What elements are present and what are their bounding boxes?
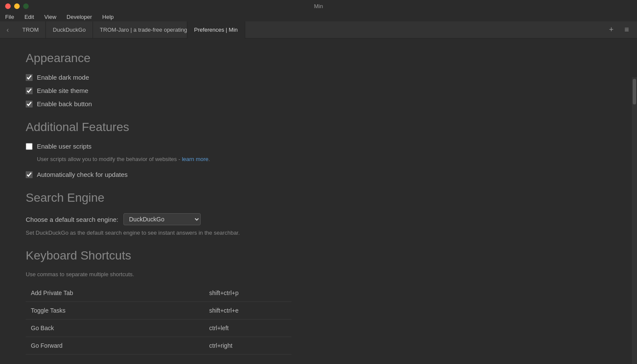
shortcut-go-back-key: ctrl+left — [209, 325, 286, 331]
preferences-content: Appearance Enable dark mode Enable site … — [0, 39, 637, 364]
search-engine-desc: Set DuckDuckGo as the default search eng… — [26, 230, 611, 236]
user-scripts-block: Enable user scripts User scripts allow y… — [26, 143, 611, 162]
back-button-checkbox[interactable] — [26, 101, 33, 107]
menu-file[interactable]: File — [3, 13, 16, 21]
search-engine-label: Choose a default search engine: — [26, 216, 118, 223]
additional-features-title: Additional Features — [26, 120, 611, 134]
menu-developer[interactable]: Developer — [65, 13, 93, 21]
tab-duckduckgo[interactable]: DuckDuckGo — [46, 21, 93, 39]
back-button-label: Enable back button — [37, 100, 92, 107]
window-controls — [5, 3, 29, 9]
tab-bar: ‹ TROM DuckDuckGo TROM-Jaro | a trade-fr… — [0, 21, 637, 39]
menu-help[interactable]: Help — [101, 13, 116, 21]
shortcut-private-tab: Add Private Tab shift+ctrl+p — [26, 284, 291, 302]
learn-more-link[interactable]: learn more — [182, 156, 208, 162]
user-scripts-label: Enable user scripts — [37, 143, 92, 150]
back-icon[interactable]: ‹ — [0, 21, 15, 39]
shortcut-go-back-name: Go Back — [31, 325, 209, 331]
shortcut-go-back: Go Back ctrl+left — [26, 319, 291, 337]
dark-mode-checkbox[interactable] — [26, 74, 33, 81]
scrollbar-track[interactable] — [632, 77, 637, 364]
keyboard-shortcuts-title: Keyboard Shortcuts — [26, 249, 611, 263]
tab-actions: + ≡ — [604, 23, 637, 37]
search-engine-select[interactable]: DuckDuckGo Google Bing Yahoo Ecosia — [123, 213, 201, 225]
site-theme-label: Enable site theme — [37, 87, 88, 94]
auto-update-row: Automatically check for updates — [26, 171, 611, 178]
content-wrapper: Appearance Enable dark mode Enable site … — [0, 39, 637, 364]
dark-mode-label: Enable dark mode — [37, 74, 89, 81]
tab-tromjaro[interactable]: TROM-Jaro | a trade-free operating syste — [93, 21, 187, 39]
scrollbar-thumb[interactable] — [633, 79, 636, 104]
shortcuts-desc: Use commas to separate multiple shortcut… — [26, 271, 611, 277]
shortcut-private-tab-name: Add Private Tab — [31, 289, 209, 296]
appearance-title: Appearance — [26, 51, 611, 65]
auto-update-label: Automatically check for updates — [37, 171, 128, 178]
shortcut-toggle-tasks-name: Toggle Tasks — [31, 307, 209, 314]
dark-mode-row: Enable dark mode — [26, 74, 611, 81]
menu-view[interactable]: View — [42, 13, 58, 21]
auto-update-checkbox[interactable] — [26, 171, 33, 178]
site-theme-checkbox[interactable] — [26, 87, 33, 94]
shortcut-toggle-tasks-key: shift+ctrl+e — [209, 307, 286, 314]
shortcut-go-forward-key: ctrl+right — [209, 342, 286, 349]
shortcut-private-tab-key: shift+ctrl+p — [209, 289, 286, 296]
back-button-row: Enable back button — [26, 100, 611, 107]
shortcut-toggle-tasks: Toggle Tasks shift+ctrl+e — [26, 302, 291, 319]
user-scripts-row: Enable user scripts — [26, 143, 611, 150]
menu-bar: File Edit View Developer Help — [0, 12, 637, 21]
shortcut-go-forward-name: Go Forward — [31, 342, 209, 349]
site-theme-row: Enable site theme — [26, 87, 611, 94]
user-scripts-checkbox[interactable] — [26, 143, 33, 150]
menu-edit[interactable]: Edit — [23, 13, 36, 21]
tab-trom[interactable]: TROM — [15, 21, 46, 39]
add-tab-button[interactable]: + — [604, 23, 618, 37]
shortcut-go-forward: Go Forward ctrl+right — [26, 337, 291, 355]
user-scripts-desc: User scripts allow you to modify the beh… — [37, 156, 611, 162]
window-title: Min — [314, 3, 323, 9]
search-engine-row: Choose a default search engine: DuckDuck… — [26, 213, 611, 225]
title-bar: Min — [0, 0, 637, 12]
close-button[interactable] — [5, 3, 11, 9]
search-engine-title: Search Engine — [26, 191, 611, 205]
tab-menu-button[interactable]: ≡ — [620, 23, 634, 37]
maximize-button[interactable] — [23, 3, 29, 9]
tab-preferences[interactable]: Preferences | Min — [187, 21, 245, 39]
minimize-button[interactable] — [14, 3, 20, 9]
